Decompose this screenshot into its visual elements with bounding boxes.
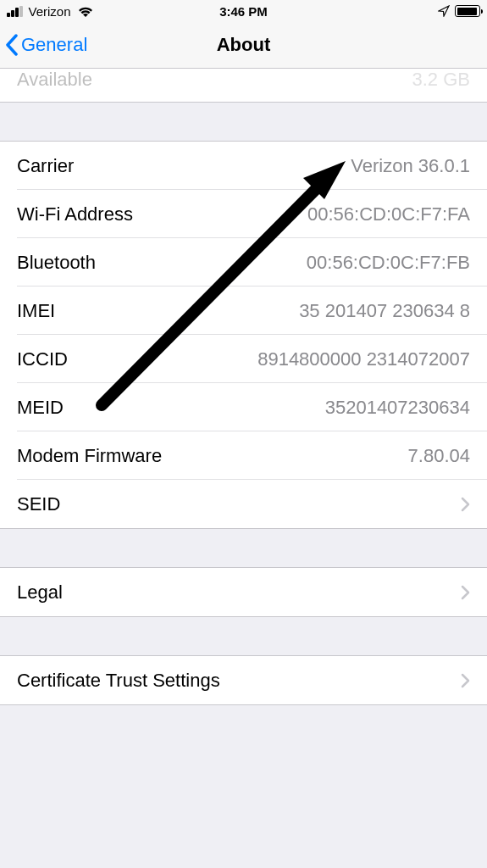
status-left: Verizon — [7, 4, 93, 19]
row-label: Bluetooth — [17, 252, 96, 274]
battery-icon — [455, 5, 480, 17]
row-seid[interactable]: SEID — [0, 480, 487, 528]
row-value: Verizon 36.0.1 — [351, 155, 470, 177]
row-certificate-trust-settings[interactable]: Certificate Trust Settings — [0, 656, 487, 704]
row-label: SEID — [17, 493, 60, 515]
row-carrier[interactable]: Carrier Verizon 36.0.1 — [0, 142, 487, 190]
back-label: General — [21, 34, 87, 56]
row-meid[interactable]: MEID 35201407230634 — [0, 383, 487, 431]
back-button[interactable]: General — [5, 34, 87, 56]
group-legal: Legal — [0, 567, 487, 617]
status-carrier: Verizon — [29, 4, 71, 19]
row-wifi-address[interactable]: Wi-Fi Address 00:56:CD:0C:F7:FA — [0, 190, 487, 238]
row-value: 35 201407 230634 8 — [299, 300, 470, 322]
row-imei[interactable]: IMEI 35 201407 230634 8 — [0, 287, 487, 335]
row-label: IMEI — [17, 300, 55, 322]
row-legal[interactable]: Legal — [0, 568, 487, 616]
chevron-right-icon — [461, 497, 470, 512]
wifi-icon — [78, 6, 93, 17]
row-label: Modem Firmware — [17, 445, 162, 467]
navigation-bar: General About — [0, 22, 487, 69]
status-right — [438, 5, 480, 17]
row-label: Certificate Trust Settings — [17, 670, 220, 692]
row-iccid[interactable]: ICCID 8914800000 2314072007 — [0, 335, 487, 383]
status-bar: Verizon 3:46 PM — [0, 0, 487, 22]
chevron-left-icon — [5, 34, 19, 56]
content: Available 3.2 GB Carrier Verizon 36.0.1 … — [0, 69, 487, 722]
location-icon — [438, 5, 450, 17]
row-value: 35201407230634 — [325, 397, 470, 419]
row-value: 00:56:CD:0C:F7:FA — [307, 203, 470, 225]
chevron-right-icon — [461, 673, 470, 688]
row-label: MEID — [17, 397, 64, 419]
row-label: Wi-Fi Address — [17, 203, 133, 225]
row-value: 00:56:CD:0C:F7:FB — [307, 252, 470, 274]
group-device-info: Carrier Verizon 36.0.1 Wi-Fi Address 00:… — [0, 141, 487, 529]
row-available-partial[interactable]: Available 3.2 GB — [0, 69, 487, 103]
row-label: Available — [17, 69, 92, 91]
group-certificates: Certificate Trust Settings — [0, 655, 487, 705]
row-label: Carrier — [17, 155, 74, 177]
chevron-right-icon — [461, 585, 470, 600]
row-modem-firmware[interactable]: Modem Firmware 7.80.04 — [0, 431, 487, 480]
row-label: ICCID — [17, 348, 68, 370]
row-bluetooth[interactable]: Bluetooth 00:56:CD:0C:F7:FB — [0, 238, 487, 287]
row-label: Legal — [17, 581, 63, 604]
row-value: 8914800000 2314072007 — [257, 348, 470, 370]
signal-strength-icon — [7, 6, 23, 17]
row-value: 3.2 GB — [412, 69, 470, 91]
page-title: About — [217, 34, 271, 56]
row-value: 7.80.04 — [408, 445, 470, 467]
status-time: 3:46 PM — [219, 4, 268, 19]
